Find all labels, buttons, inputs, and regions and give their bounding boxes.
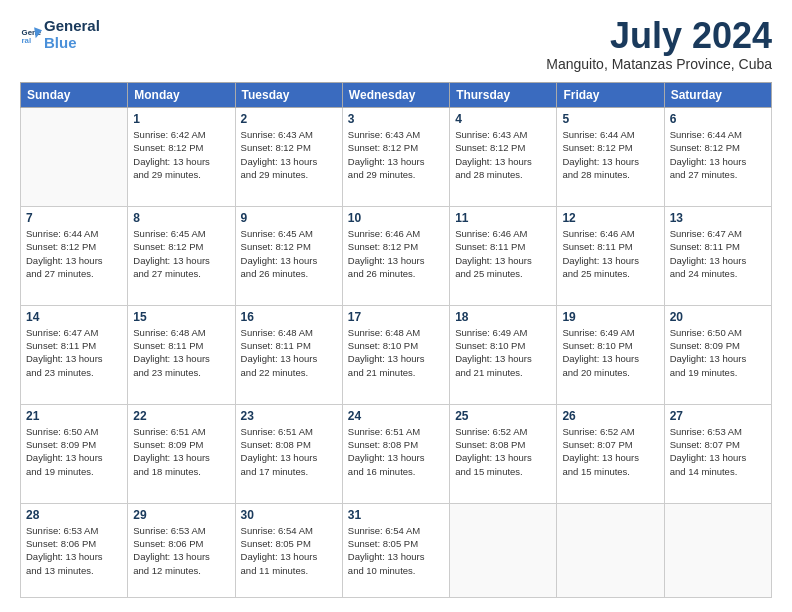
day-info: Sunrise: 6:50 AM Sunset: 8:09 PM Dayligh… — [26, 425, 122, 478]
calendar-day-cell: 28Sunrise: 6:53 AM Sunset: 8:06 PM Dayli… — [21, 503, 128, 597]
calendar-week-row: 28Sunrise: 6:53 AM Sunset: 8:06 PM Dayli… — [21, 503, 772, 597]
day-info: Sunrise: 6:43 AM Sunset: 8:12 PM Dayligh… — [348, 128, 444, 181]
calendar-day-cell: 30Sunrise: 6:54 AM Sunset: 8:05 PM Dayli… — [235, 503, 342, 597]
day-info: Sunrise: 6:43 AM Sunset: 8:12 PM Dayligh… — [241, 128, 337, 181]
day-number: 31 — [348, 508, 444, 522]
day-info: Sunrise: 6:47 AM Sunset: 8:11 PM Dayligh… — [26, 326, 122, 379]
day-number: 7 — [26, 211, 122, 225]
calendar-day-cell: 10Sunrise: 6:46 AM Sunset: 8:12 PM Dayli… — [342, 206, 449, 305]
calendar-day-cell: 1Sunrise: 6:42 AM Sunset: 8:12 PM Daylig… — [128, 108, 235, 207]
calendar-week-row: 7Sunrise: 6:44 AM Sunset: 8:12 PM Daylig… — [21, 206, 772, 305]
calendar-day-cell: 8Sunrise: 6:45 AM Sunset: 8:12 PM Daylig… — [128, 206, 235, 305]
day-info: Sunrise: 6:44 AM Sunset: 8:12 PM Dayligh… — [562, 128, 658, 181]
calendar-day-cell: 3Sunrise: 6:43 AM Sunset: 8:12 PM Daylig… — [342, 108, 449, 207]
day-number: 4 — [455, 112, 551, 126]
day-number: 15 — [133, 310, 229, 324]
day-number: 23 — [241, 409, 337, 423]
day-number: 27 — [670, 409, 766, 423]
day-info: Sunrise: 6:52 AM Sunset: 8:08 PM Dayligh… — [455, 425, 551, 478]
calendar-header-row: SundayMondayTuesdayWednesdayThursdayFrid… — [21, 83, 772, 108]
day-info: Sunrise: 6:45 AM Sunset: 8:12 PM Dayligh… — [241, 227, 337, 280]
calendar-day-cell: 24Sunrise: 6:51 AM Sunset: 8:08 PM Dayli… — [342, 404, 449, 503]
day-number: 13 — [670, 211, 766, 225]
day-info: Sunrise: 6:42 AM Sunset: 8:12 PM Dayligh… — [133, 128, 229, 181]
calendar-day-cell: 22Sunrise: 6:51 AM Sunset: 8:09 PM Dayli… — [128, 404, 235, 503]
header: Gene ral General Blue July 2024 Manguito… — [20, 18, 772, 72]
day-info: Sunrise: 6:44 AM Sunset: 8:12 PM Dayligh… — [26, 227, 122, 280]
day-number: 26 — [562, 409, 658, 423]
calendar-day-cell: 21Sunrise: 6:50 AM Sunset: 8:09 PM Dayli… — [21, 404, 128, 503]
day-info: Sunrise: 6:51 AM Sunset: 8:08 PM Dayligh… — [348, 425, 444, 478]
day-info: Sunrise: 6:51 AM Sunset: 8:08 PM Dayligh… — [241, 425, 337, 478]
calendar-day-cell: 25Sunrise: 6:52 AM Sunset: 8:08 PM Dayli… — [450, 404, 557, 503]
weekday-header: Tuesday — [235, 83, 342, 108]
day-number: 2 — [241, 112, 337, 126]
calendar-day-cell: 11Sunrise: 6:46 AM Sunset: 8:11 PM Dayli… — [450, 206, 557, 305]
calendar-day-cell: 31Sunrise: 6:54 AM Sunset: 8:05 PM Dayli… — [342, 503, 449, 597]
calendar-day-cell: 6Sunrise: 6:44 AM Sunset: 8:12 PM Daylig… — [664, 108, 771, 207]
weekday-header: Wednesday — [342, 83, 449, 108]
day-number: 17 — [348, 310, 444, 324]
day-info: Sunrise: 6:52 AM Sunset: 8:07 PM Dayligh… — [562, 425, 658, 478]
day-info: Sunrise: 6:54 AM Sunset: 8:05 PM Dayligh… — [348, 524, 444, 577]
calendar-day-cell: 14Sunrise: 6:47 AM Sunset: 8:11 PM Dayli… — [21, 305, 128, 404]
day-number: 20 — [670, 310, 766, 324]
calendar-day-cell — [557, 503, 664, 597]
day-info: Sunrise: 6:46 AM Sunset: 8:12 PM Dayligh… — [348, 227, 444, 280]
day-info: Sunrise: 6:48 AM Sunset: 8:11 PM Dayligh… — [133, 326, 229, 379]
day-info: Sunrise: 6:43 AM Sunset: 8:12 PM Dayligh… — [455, 128, 551, 181]
day-number: 9 — [241, 211, 337, 225]
calendar-day-cell: 9Sunrise: 6:45 AM Sunset: 8:12 PM Daylig… — [235, 206, 342, 305]
calendar-day-cell: 27Sunrise: 6:53 AM Sunset: 8:07 PM Dayli… — [664, 404, 771, 503]
calendar-day-cell: 20Sunrise: 6:50 AM Sunset: 8:09 PM Dayli… — [664, 305, 771, 404]
day-number: 16 — [241, 310, 337, 324]
day-number: 6 — [670, 112, 766, 126]
calendar-day-cell: 2Sunrise: 6:43 AM Sunset: 8:12 PM Daylig… — [235, 108, 342, 207]
day-number: 25 — [455, 409, 551, 423]
day-number: 14 — [26, 310, 122, 324]
calendar-day-cell — [21, 108, 128, 207]
day-info: Sunrise: 6:53 AM Sunset: 8:06 PM Dayligh… — [133, 524, 229, 577]
day-number: 12 — [562, 211, 658, 225]
weekday-header: Thursday — [450, 83, 557, 108]
day-number: 30 — [241, 508, 337, 522]
calendar-day-cell — [664, 503, 771, 597]
day-info: Sunrise: 6:53 AM Sunset: 8:06 PM Dayligh… — [26, 524, 122, 577]
day-info: Sunrise: 6:49 AM Sunset: 8:10 PM Dayligh… — [562, 326, 658, 379]
day-info: Sunrise: 6:51 AM Sunset: 8:09 PM Dayligh… — [133, 425, 229, 478]
day-info: Sunrise: 6:45 AM Sunset: 8:12 PM Dayligh… — [133, 227, 229, 280]
calendar-day-cell: 19Sunrise: 6:49 AM Sunset: 8:10 PM Dayli… — [557, 305, 664, 404]
weekday-header: Sunday — [21, 83, 128, 108]
calendar-day-cell: 17Sunrise: 6:48 AM Sunset: 8:10 PM Dayli… — [342, 305, 449, 404]
weekday-header: Friday — [557, 83, 664, 108]
day-info: Sunrise: 6:53 AM Sunset: 8:07 PM Dayligh… — [670, 425, 766, 478]
day-info: Sunrise: 6:44 AM Sunset: 8:12 PM Dayligh… — [670, 128, 766, 181]
weekday-header: Saturday — [664, 83, 771, 108]
calendar-week-row: 21Sunrise: 6:50 AM Sunset: 8:09 PM Dayli… — [21, 404, 772, 503]
calendar-day-cell: 5Sunrise: 6:44 AM Sunset: 8:12 PM Daylig… — [557, 108, 664, 207]
calendar-day-cell: 13Sunrise: 6:47 AM Sunset: 8:11 PM Dayli… — [664, 206, 771, 305]
day-number: 3 — [348, 112, 444, 126]
day-number: 22 — [133, 409, 229, 423]
logo: Gene ral General Blue — [20, 18, 100, 51]
calendar-day-cell: 7Sunrise: 6:44 AM Sunset: 8:12 PM Daylig… — [21, 206, 128, 305]
calendar-day-cell: 26Sunrise: 6:52 AM Sunset: 8:07 PM Dayli… — [557, 404, 664, 503]
location-title: Manguito, Matanzas Province, Cuba — [546, 56, 772, 72]
logo-text: General Blue — [44, 18, 100, 51]
day-number: 5 — [562, 112, 658, 126]
calendar-day-cell: 15Sunrise: 6:48 AM Sunset: 8:11 PM Dayli… — [128, 305, 235, 404]
weekday-header: Monday — [128, 83, 235, 108]
day-number: 8 — [133, 211, 229, 225]
calendar-day-cell: 4Sunrise: 6:43 AM Sunset: 8:12 PM Daylig… — [450, 108, 557, 207]
calendar-week-row: 1Sunrise: 6:42 AM Sunset: 8:12 PM Daylig… — [21, 108, 772, 207]
month-title: July 2024 — [546, 18, 772, 54]
calendar-day-cell: 16Sunrise: 6:48 AM Sunset: 8:11 PM Dayli… — [235, 305, 342, 404]
calendar-week-row: 14Sunrise: 6:47 AM Sunset: 8:11 PM Dayli… — [21, 305, 772, 404]
day-number: 24 — [348, 409, 444, 423]
day-number: 18 — [455, 310, 551, 324]
day-info: Sunrise: 6:46 AM Sunset: 8:11 PM Dayligh… — [562, 227, 658, 280]
calendar-day-cell: 12Sunrise: 6:46 AM Sunset: 8:11 PM Dayli… — [557, 206, 664, 305]
calendar-day-cell: 23Sunrise: 6:51 AM Sunset: 8:08 PM Dayli… — [235, 404, 342, 503]
svg-text:ral: ral — [22, 35, 32, 44]
header-right: July 2024 Manguito, Matanzas Province, C… — [546, 18, 772, 72]
